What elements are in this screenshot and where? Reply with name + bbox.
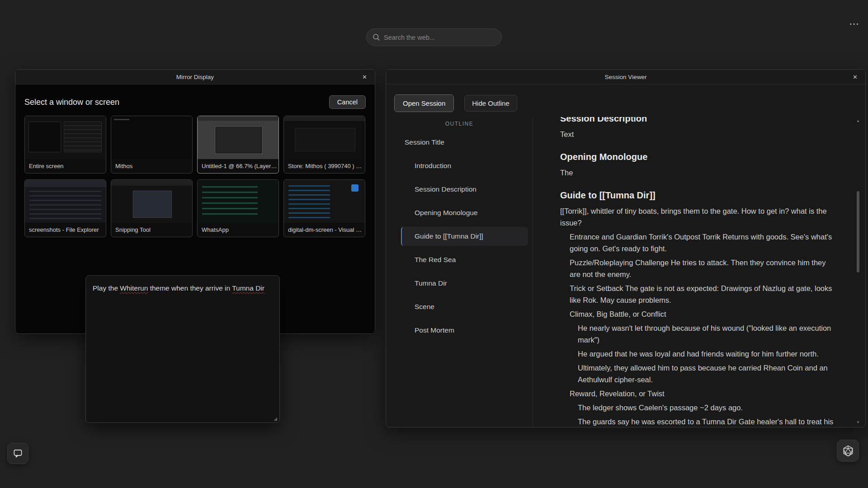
content-paragraph: The xyxy=(560,167,834,178)
outline-item-label: Post Mortem xyxy=(415,326,454,334)
thumbnail-label: digital-dm-screen - Visual … xyxy=(284,223,365,237)
thumbnail-preview xyxy=(284,180,365,223)
cancel-button[interactable]: Cancel xyxy=(329,95,366,109)
web-search-bar xyxy=(366,28,502,46)
scrollbar-thumb[interactable] xyxy=(857,191,859,272)
outline-item-label: Opening Monologue xyxy=(415,209,478,217)
thumbnail-preview xyxy=(25,180,106,223)
thumbnail-entire-screen[interactable]: Entire screen xyxy=(24,116,106,174)
session-viewer-toolbar: Open Session Hide Outline xyxy=(386,84,865,117)
outline-item-label: Scene xyxy=(415,303,434,311)
note-text-part-misspelled: Whiterun xyxy=(120,284,148,292)
d20-dice-button[interactable] xyxy=(837,440,859,462)
outline-item-opening-monologue[interactable]: Opening Monologue xyxy=(386,201,533,225)
outline-item-label: Session Description xyxy=(415,185,476,193)
content-heading-opening-monologue: Opening Monologue xyxy=(560,152,834,162)
thumbnail-vscode[interactable]: digital-dm-screen - Visual … xyxy=(283,179,365,237)
speech-bubble-icon xyxy=(13,448,23,459)
sticky-note[interactable]: Play the Whiterun theme when they arrive… xyxy=(85,275,280,423)
content-paragraph: [[Torrik]], whittler of tiny boats, brin… xyxy=(560,205,834,229)
outline-item-scene[interactable]: Scene xyxy=(386,295,533,319)
outline-header: OUTLINE xyxy=(386,121,533,127)
thumbnail-preview xyxy=(198,180,278,223)
thumbnail-label: Entire screen xyxy=(25,159,106,173)
session-viewer-window: Session Viewer ✕ Open Session Hide Outli… xyxy=(386,69,866,427)
close-icon[interactable]: ✕ xyxy=(359,70,370,84)
mirror-display-header: Select a window or screen Cancel xyxy=(24,84,366,109)
window-title: Mirror Display xyxy=(176,74,214,80)
content-paragraph: The ledger shows Caelen's passage ~2 day… xyxy=(578,402,834,413)
outline-item-label: Introduction xyxy=(415,162,451,170)
thumbnail-preview xyxy=(111,180,192,223)
window-title: Session Viewer xyxy=(605,74,647,80)
search-input[interactable] xyxy=(384,34,495,41)
content-paragraph: Ultimately, they allowed him to pass bec… xyxy=(578,362,834,385)
outline-item-guide-to-tumna-dir[interactable]: Guide to [[Tumna Dir]] xyxy=(386,225,533,248)
thumbnail-preview xyxy=(25,116,106,159)
search-icon xyxy=(373,33,380,41)
content-paragraph: Entrance and Guardian Torrik's Outpost T… xyxy=(570,231,834,254)
thumbnail-label: screenshots - File Explorer xyxy=(25,223,106,237)
content-paragraph: Puzzle/Roleplaying Challenge He tries to… xyxy=(570,257,834,280)
overflow-menu-icon[interactable]: ⋯ xyxy=(849,19,860,29)
outline-item-label: Tumna Dir xyxy=(415,279,447,287)
outline-item-session-description[interactable]: Session Description xyxy=(386,178,533,201)
outline-item-session-title[interactable]: Session Title xyxy=(386,131,533,154)
resize-handle-icon[interactable]: ◢ xyxy=(274,416,277,421)
session-viewer-titlebar[interactable]: Session Viewer ✕ xyxy=(386,70,865,84)
outline-item-label: Guide to [[Tumna Dir]] xyxy=(415,232,483,240)
note-text-part-misspelled: Tumna Dir xyxy=(232,284,264,292)
thumbnail-label: Mithos xyxy=(111,159,192,173)
content-heading-guide-to-tumna-dir: Guide to [[Tumna Dir]] xyxy=(560,190,834,201)
content-paragraph: The guards say he was escorted to a Tumn… xyxy=(578,416,834,427)
thumbnail-preview xyxy=(284,116,365,159)
mirror-display-titlebar[interactable]: Mirror Display ✕ xyxy=(15,70,375,84)
content-paragraph: He nearly wasn't let through because of … xyxy=(578,322,834,346)
chat-button[interactable] xyxy=(7,443,28,464)
content-paragraph: Trick or Setback The gate is not as expe… xyxy=(570,282,834,306)
thumbnail-preview xyxy=(198,116,278,159)
thumbnail-label: Untitled-1 @ 66.7% (Layer… xyxy=(198,159,278,173)
thumbnail-label: WhatsApp xyxy=(198,223,278,237)
note-text-part: theme when they arrive in xyxy=(148,284,232,292)
open-session-button[interactable]: Open Session xyxy=(394,94,454,112)
content-scrollbar[interactable]: ▲ ▼ xyxy=(854,118,862,426)
content-paragraph: Climax, Big Battle, or Conflict xyxy=(570,308,834,320)
scroll-down-icon[interactable]: ▼ xyxy=(854,421,862,424)
outline-item-tumna-dir[interactable]: Tumna Dir xyxy=(386,272,533,295)
thumbnail-untitled-photoshop[interactable]: Untitled-1 @ 66.7% (Layer… xyxy=(197,116,279,174)
outline-panel: OUTLINE Session Title Introduction Sessi… xyxy=(386,117,533,427)
thumbnail-mithos[interactable]: Mithos xyxy=(111,116,193,174)
outline-item-label: Session Title xyxy=(405,138,444,146)
thumbnail-whatsapp[interactable]: WhatsApp xyxy=(197,179,279,237)
select-window-heading: Select a window or screen xyxy=(24,98,119,107)
thumbnail-label: Snipping Tool xyxy=(111,223,192,237)
note-text-part: Play the xyxy=(93,284,120,292)
thumbnail-preview xyxy=(111,116,192,159)
d20-dice-icon xyxy=(842,445,854,457)
outline-item-label: The Red Sea xyxy=(415,256,456,264)
close-icon[interactable]: ✕ xyxy=(849,70,861,84)
note-text[interactable]: Play the Whiterun theme when they arrive… xyxy=(93,283,273,293)
content-paragraph: Reward, Revelation, or Twist xyxy=(570,388,834,399)
outline-item-the-red-sea[interactable]: The Red Sea xyxy=(386,248,533,272)
session-content: Session Description Text Opening Monolog… xyxy=(533,117,865,427)
hide-outline-button[interactable]: Hide Outline xyxy=(464,95,517,112)
content-paragraph: He argued that he was loyal and had frie… xyxy=(578,348,834,360)
content-heading-session-description: Session Description xyxy=(560,117,834,124)
window-thumbnail-grid: Entire screen Mithos Untitled-1 @ 66.7% … xyxy=(24,116,366,237)
content-paragraph: Text xyxy=(560,128,834,140)
thumbnail-file-explorer[interactable]: screenshots - File Explorer xyxy=(24,179,106,237)
thumbnail-snipping-tool[interactable]: Snipping Tool xyxy=(111,179,193,237)
thumbnail-label: Store: Mithos ( 3990740 ) … xyxy=(284,159,365,173)
session-viewer-main: OUTLINE Session Title Introduction Sessi… xyxy=(386,117,865,427)
thumbnail-store-mithos[interactable]: Store: Mithos ( 3990740 ) … xyxy=(283,116,365,174)
outline-item-post-mortem[interactable]: Post Mortem xyxy=(386,319,533,342)
scroll-up-icon[interactable]: ▲ xyxy=(854,119,862,123)
outline-item-introduction[interactable]: Introduction xyxy=(386,154,533,178)
